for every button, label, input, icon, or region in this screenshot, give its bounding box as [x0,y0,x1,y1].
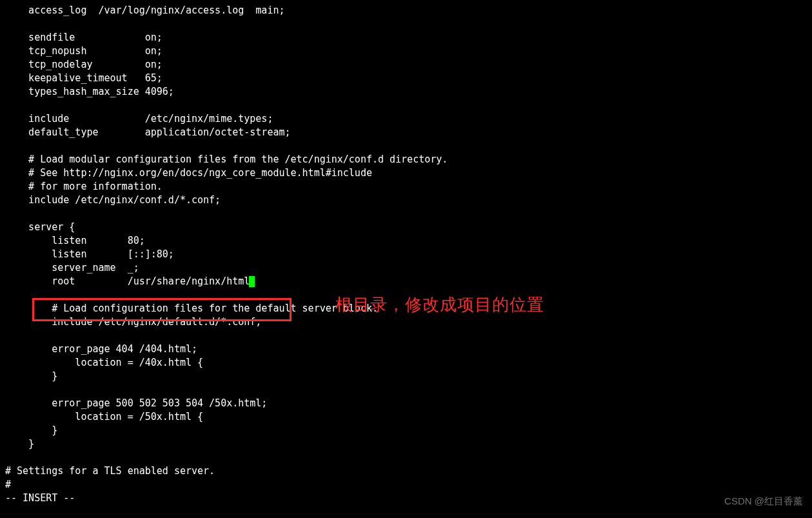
config-line: location = /40x.html { [5,356,812,370]
config-line: tcp_nodelay on; [5,58,812,72]
config-line: # Settings for a TLS enabled server. [5,464,812,478]
config-line: sendfile on; [5,31,812,45]
config-line: listen 80; [5,234,812,248]
config-line: error_page 500 502 503 504 /50x.html; [5,397,812,410]
config-line: server { [5,221,812,234]
config-line: # Load modular configuration files from … [5,153,812,166]
config-line: include /etc/nginx/default.d/*.conf; [5,315,812,329]
config-line: # [5,478,812,492]
config-line: error_page 404 /404.html; [5,343,812,356]
config-line: default_type application/octet-stream; [5,126,812,139]
config-line: tcp_nopush on; [5,45,812,58]
config-line: location = /50x.html { [5,410,812,424]
config-line: server_name _; [5,261,812,275]
vim-status-line: -- INSERT -- [5,492,812,505]
config-line: # See http://nginx.org/en/docs/ngx_core_… [5,166,812,180]
config-line: include /etc/nginx/mime.types; [5,112,812,126]
config-line: include /etc/nginx/conf.d/*.conf; [5,194,812,207]
config-line [5,207,812,221]
config-line: types_hash_max_size 4096; [5,85,812,99]
watermark-text: CSDN @红目香薰 [724,494,803,508]
config-line: # for more information. [5,180,812,194]
config-line: listen [::]:80; [5,248,812,261]
config-line [5,17,812,31]
config-file-content: access_log /var/log/nginx/access.log mai… [5,4,812,492]
config-line [5,329,812,343]
cursor [249,276,255,287]
config-line [5,99,812,112]
config-line: access_log /var/log/nginx/access.log mai… [5,4,812,17]
config-line: keepalive_timeout 65; [5,72,812,85]
config-line: root /usr/share/nginx/html [5,275,812,288]
config-line: } [5,437,812,451]
config-line [5,139,812,153]
config-line: } [5,370,812,383]
config-line [5,451,812,464]
config-line: } [5,424,812,437]
config-line [5,383,812,397]
annotation-text: 根目录，修改成项目的位置 [335,298,544,312]
terminal-screen[interactable]: access_log /var/log/nginx/access.log mai… [0,0,812,518]
